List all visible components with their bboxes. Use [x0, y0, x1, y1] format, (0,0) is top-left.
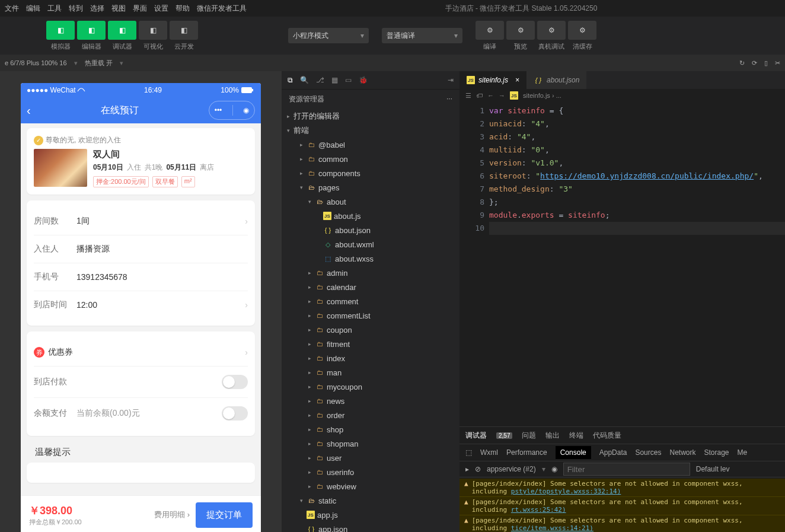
tree-item[interactable]: ▸🗀order	[282, 408, 459, 422]
dt-subtab[interactable]: Storage	[704, 448, 729, 457]
tree-item[interactable]: ▸🗀shop	[282, 422, 459, 437]
tree-item[interactable]: ▸🗀common	[282, 152, 459, 166]
debug-icon[interactable]: 🐞	[359, 76, 368, 84]
toggle[interactable]	[222, 375, 248, 389]
menu-item[interactable]: 微信开发者工具	[197, 4, 247, 12]
device-select[interactable]: e 6/7/8 Plus 100% 16	[5, 59, 67, 66]
bookmark-icon[interactable]: 🏷	[476, 92, 483, 99]
search-icon[interactable]: 🔍	[300, 76, 309, 84]
detail-link[interactable]: 费用明细 ›	[154, 509, 190, 520]
clear-icon[interactable]: ⊘	[475, 465, 481, 473]
tree-item[interactable]: ▸🗀shopman	[282, 437, 459, 451]
tree-item[interactable]: JSabout.js	[282, 209, 459, 223]
menu-item[interactable]: 视图	[111, 4, 126, 12]
form-row[interactable]: 手机号13912345678	[34, 263, 248, 291]
grid-icon[interactable]: ▦	[331, 76, 338, 84]
tree-item[interactable]: JSapp.js	[282, 508, 459, 522]
dt-tab[interactable]: 终端	[569, 431, 583, 441]
refresh-icon[interactable]: ↻	[739, 59, 745, 67]
branch-icon[interactable]: ⎇	[316, 76, 324, 84]
form-row[interactable]: 房间数1间›	[34, 208, 248, 235]
tree-section[interactable]: ▾前端	[282, 123, 459, 138]
tree-item[interactable]: ▾🗁pages	[282, 180, 459, 195]
back-icon[interactable]: ‹	[27, 104, 31, 117]
target-icon[interactable]: ◉	[243, 106, 249, 114]
submit-button[interactable]: 提交订单	[196, 502, 253, 528]
tree-item[interactable]: ▸🗀news	[282, 394, 459, 408]
hot-reload[interactable]: 热重载 开	[85, 59, 113, 68]
menu-item[interactable]: 界面	[133, 4, 147, 12]
tree-item[interactable]: ▾🗁about	[282, 195, 459, 209]
dt-subtab[interactable]: Wxml	[480, 448, 498, 457]
tree-item[interactable]: ▸🗀commentList	[282, 308, 459, 323]
tree-item[interactable]: ◇about.wxml	[282, 237, 459, 251]
capsule[interactable]: ••• ◉	[209, 101, 255, 120]
editor-tab[interactable]: { }about.json	[526, 71, 586, 89]
menu-item[interactable]: 设置	[154, 4, 168, 12]
scroll-content[interactable]: ✓尊敬的无, 欢迎您的入住 双人间 05月10日入住 共1晚 05月11日离店 …	[21, 123, 261, 495]
file-tree[interactable]: ▸打开的编辑器▾前端▸🗀@babel▸🗀common▸🗀components▾🗁…	[282, 109, 459, 532]
tree-item[interactable]: ▸🗀@babel	[282, 138, 459, 152]
compile-icon[interactable]: ⚙	[476, 21, 504, 40]
tree-item[interactable]: ▸🗀comment	[282, 294, 459, 308]
remote-icon[interactable]: ⚙	[537, 21, 566, 40]
menu-icon[interactable]: •••	[215, 106, 222, 114]
cloud-icon[interactable]: ◧	[170, 21, 198, 40]
dt-subtab[interactable]: Performance	[506, 448, 547, 457]
toggle[interactable]	[222, 406, 248, 420]
tree-item[interactable]: ▸🗀index	[282, 351, 459, 365]
menu-item[interactable]: 编辑	[26, 4, 40, 12]
files-icon[interactable]: ⧉	[288, 76, 293, 84]
menu-item[interactable]: 转到	[69, 4, 83, 12]
menu-item[interactable]: 帮助	[175, 4, 190, 12]
cache-icon[interactable]: ⚙	[568, 21, 596, 40]
coupon-row[interactable]: 券 优惠券 ›	[34, 339, 248, 367]
context-select[interactable]: appservice (#2)	[487, 465, 536, 473]
phone-icon[interactable]: ◧	[46, 21, 75, 40]
dt-tab[interactable]: 代码质量	[593, 431, 621, 441]
tree-item[interactable]: ▸🗀man	[282, 365, 459, 380]
console-warning[interactable]: ▲[pages/index/index] Some selectors are …	[459, 479, 785, 497]
levels-select[interactable]: Default lev	[696, 465, 730, 473]
stop-icon[interactable]: ▸	[465, 465, 469, 473]
tree-item[interactable]: ▸🗀fitment	[282, 337, 459, 351]
tree-item[interactable]: ▸🗀userinfo	[282, 465, 459, 479]
dt-subtab[interactable]: Sources	[635, 448, 661, 457]
tree-item[interactable]: ▸🗀calendar	[282, 280, 459, 294]
dt-subtab[interactable]: Network	[669, 448, 695, 457]
preview-icon[interactable]: ⚙	[506, 21, 535, 40]
layout-icon[interactable]: ☰	[465, 92, 471, 100]
editor-tab[interactable]: JSsiteinfo.js×	[459, 71, 526, 89]
dt-subtab[interactable]: Console	[556, 446, 591, 459]
tree-item[interactable]: ▸🗀webview	[282, 479, 459, 493]
inspect-icon[interactable]: ⬚	[465, 448, 472, 457]
eye-icon[interactable]: ◉	[551, 465, 557, 473]
back-nav-icon[interactable]: ←	[487, 92, 494, 99]
dt-subtab[interactable]: AppData	[599, 448, 627, 457]
form-row[interactable]: 到店时间12:00›	[34, 291, 248, 318]
device-icon[interactable]: ▯	[764, 59, 768, 67]
tree-item[interactable]: ▸🗀mycoupon	[282, 380, 459, 394]
code-icon[interactable]: ◧	[77, 21, 106, 40]
tree-item[interactable]: ▸🗀user	[282, 451, 459, 465]
rotate-icon[interactable]: ⟳	[752, 59, 757, 67]
dt-tab[interactable]: 问题	[522, 431, 536, 441]
console-warning[interactable]: ▲[pages/index/index] Some selectors are …	[459, 497, 785, 515]
tree-section[interactable]: ▸打开的编辑器	[282, 109, 459, 123]
cut-icon[interactable]: ✂	[775, 59, 780, 67]
code-editor[interactable]: 12345678910 var siteinfo = { uniacid: "4…	[459, 102, 785, 426]
tree-item[interactable]: ▾🗁static	[282, 493, 459, 508]
tree-item[interactable]: ▸🗀components	[282, 166, 459, 180]
more-icon[interactable]: ···	[446, 94, 452, 104]
tree-item[interactable]: ▸🗀coupon	[282, 323, 459, 337]
dt-tab[interactable]: 调试器	[465, 431, 487, 441]
menu-item[interactable]: 工具	[47, 4, 62, 12]
compile-select[interactable]: 普通编译▾	[382, 28, 462, 43]
form-row[interactable]: 入住人播播资源	[34, 235, 248, 263]
tree-item[interactable]: ▸🗀admin	[282, 266, 459, 280]
close-icon[interactable]: ×	[515, 76, 519, 84]
tree-item[interactable]: ⬚about.wxss	[282, 251, 459, 266]
layout-icon[interactable]: ◧	[139, 21, 167, 40]
dt-subtab[interactable]: Me	[738, 448, 748, 457]
menu-item[interactable]: 选择	[90, 4, 104, 12]
